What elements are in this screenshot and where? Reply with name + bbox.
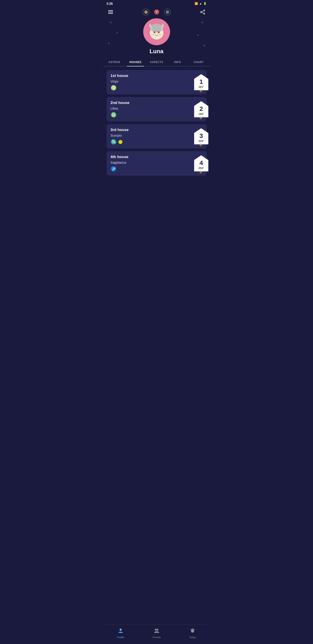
user-name: Luna xyxy=(149,48,163,55)
svg-point-30 xyxy=(192,628,193,629)
profile-nav-icon xyxy=(117,628,124,635)
house-3-planet xyxy=(118,140,122,144)
house-4-badge: 4 254° xyxy=(194,156,208,172)
house-4-name: 4th house xyxy=(111,155,191,159)
house-3-badge: 3 226° xyxy=(194,128,208,144)
house-1-symbol: ♍ xyxy=(111,85,117,91)
house-3-name: 3rd house xyxy=(111,128,191,132)
nav-today[interactable]: Today xyxy=(186,626,199,640)
today-nav-icon xyxy=(189,628,196,635)
profile-nav-label: Profile xyxy=(117,636,124,639)
hero-section: ✦ ✦ ✦ ✦ ✦ ✦ · · xyxy=(103,16,210,58)
header-sign-icons: ♋ ♈ ♎ xyxy=(142,8,171,16)
house-card-1[interactable]: 1st house Virgo ♍ 1 161° 🔒 xyxy=(107,70,207,94)
aries-icon[interactable]: ♈ xyxy=(153,8,161,16)
bottom-nav: Profile Friends Today xyxy=(103,624,210,644)
header: ♋ ♈ ♎ xyxy=(103,6,210,16)
tab-info[interactable]: INFO xyxy=(167,58,188,66)
friends-nav-label: Friends xyxy=(153,636,161,639)
battery-icon: 🔋 xyxy=(203,2,207,5)
friends-nav-icon xyxy=(153,628,160,635)
status-bar: 3:26 📶 ▲ 🔋 xyxy=(103,0,210,6)
share-button[interactable] xyxy=(199,8,207,16)
house-2-symbol: ♎ xyxy=(111,112,117,118)
svg-rect-0 xyxy=(108,10,113,11)
house-3-symbol: ♏ xyxy=(111,139,117,145)
svg-line-12 xyxy=(202,12,204,13)
svg-point-22 xyxy=(152,34,154,35)
svg-text:♋: ♋ xyxy=(144,10,148,14)
wifi-icon: ▲ xyxy=(199,2,202,5)
svg-point-21 xyxy=(157,34,158,34)
house-4-sign: Sagittarius xyxy=(111,160,191,164)
nav-profile[interactable]: Profile xyxy=(113,626,128,640)
nav-friends[interactable]: Friends xyxy=(149,626,164,640)
house-1-name: 1st house xyxy=(111,74,191,78)
svg-point-8 xyxy=(204,10,205,11)
house-1-sign: Virgo xyxy=(111,80,191,83)
signal-icon: 📶 xyxy=(195,2,198,5)
house-2-name: 2nd house xyxy=(111,100,191,105)
house-4-lock: 🔒 xyxy=(199,170,203,173)
house-2-sign: Libra xyxy=(111,106,191,110)
svg-point-27 xyxy=(191,630,194,632)
svg-point-29 xyxy=(194,629,195,630)
house-4-symbols: ♐ xyxy=(111,166,191,172)
house-3-symbols: ♏ xyxy=(111,139,191,145)
house-card-2[interactable]: 2nd house Libra ♎ 2 194° 🔒 xyxy=(107,97,207,122)
house-3-sign: Scorpio xyxy=(111,134,191,137)
svg-point-20 xyxy=(155,34,156,34)
house-2-badge: 2 194° xyxy=(194,101,208,118)
house-3-lock: 🔒 xyxy=(199,143,203,146)
tab-chart[interactable]: CHART xyxy=(188,58,209,66)
tab-houses[interactable]: HOUSES xyxy=(125,58,146,66)
svg-text:♈: ♈ xyxy=(153,9,160,15)
svg-text:♎: ♎ xyxy=(165,10,169,14)
libra-icon[interactable]: ♎ xyxy=(163,8,171,16)
svg-point-9 xyxy=(204,13,205,14)
svg-point-19 xyxy=(159,32,159,32)
svg-point-23 xyxy=(159,34,161,35)
svg-point-25 xyxy=(155,629,157,630)
tab-astros[interactable]: ASTROS xyxy=(104,58,125,66)
house-card-4[interactable]: 4th house Sagittarius ♐ 4 254° 🔒 xyxy=(107,151,207,176)
house-1-badge: 1 161° xyxy=(194,74,208,90)
svg-point-18 xyxy=(154,32,155,32)
svg-rect-1 xyxy=(108,12,113,12)
svg-point-10 xyxy=(200,12,202,13)
tab-bar: ASTROS HOUSES ASPECTS INFO CHART xyxy=(103,58,210,66)
svg-point-28 xyxy=(190,629,191,630)
svg-point-26 xyxy=(157,629,158,630)
tab-aspects[interactable]: ASPECTS xyxy=(146,58,167,66)
house-1-symbols: ♍ xyxy=(111,85,191,91)
menu-button[interactable] xyxy=(107,8,115,16)
cancer-icon[interactable]: ♋ xyxy=(142,8,150,16)
avatar xyxy=(143,18,170,45)
status-icons: 📶 ▲ 🔋 xyxy=(195,2,207,5)
house-2-lock: 🔒 xyxy=(199,116,203,119)
house-2-symbols: ♎ xyxy=(111,112,191,118)
svg-point-24 xyxy=(119,628,122,631)
house-card-3[interactable]: 3rd house Scorpio ♏ 3 226° 🔒 xyxy=(107,124,207,148)
status-time: 3:26 xyxy=(107,2,113,5)
houses-list: 1st house Virgo ♍ 1 161° 🔒 2nd house Lib… xyxy=(103,70,210,198)
house-4-symbol: ♐ xyxy=(111,166,117,172)
svg-rect-2 xyxy=(108,13,113,14)
today-nav-label: Today xyxy=(189,636,196,639)
house-1-lock: 🔒 xyxy=(199,88,203,92)
svg-line-11 xyxy=(202,11,204,12)
